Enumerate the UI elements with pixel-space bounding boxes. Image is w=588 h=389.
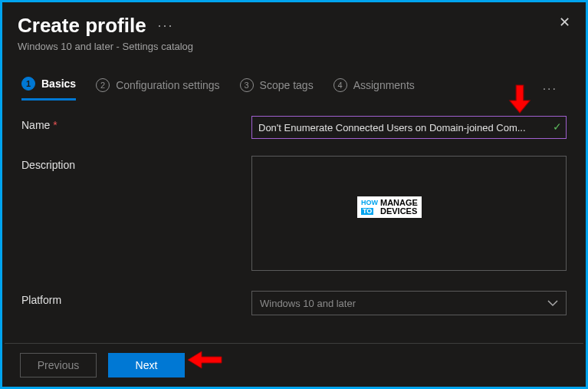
watermark-logo: HOW TO MANAGE DEVICES: [357, 196, 422, 218]
annotation-arrow-left-icon: [186, 350, 223, 370]
close-icon[interactable]: ✕: [559, 14, 570, 31]
title-more-icon[interactable]: ···: [158, 18, 174, 34]
tab-configuration-settings[interactable]: 2 Configuration settings: [96, 78, 219, 100]
page-title: Create profile: [18, 14, 146, 38]
check-icon: ✓: [553, 120, 562, 133]
tab-assignments[interactable]: 4 Assignments: [333, 78, 415, 100]
required-icon: *: [53, 119, 57, 131]
page-subtitle: Windows 10 and later - Settings catalog: [18, 41, 570, 52]
platform-value: Windows 10 and later: [260, 298, 356, 309]
tab-label: Configuration settings: [116, 79, 219, 91]
wizard-tabs: 1 Basics 2 Configuration settings 3 Scop…: [2, 61, 586, 101]
platform-select[interactable]: Windows 10 and later: [251, 291, 567, 315]
previous-button[interactable]: Previous: [20, 353, 97, 377]
description-label: Description: [21, 156, 251, 171]
tab-basics[interactable]: 1 Basics: [21, 77, 76, 101]
name-label: Name*: [21, 116, 251, 131]
tab-scope-tags[interactable]: 3 Scope tags: [240, 78, 314, 100]
tab-label: Basics: [41, 77, 76, 90]
footer: Previous Next: [5, 343, 583, 387]
tab-label: Scope tags: [260, 79, 314, 91]
platform-label: Platform: [21, 291, 251, 306]
tabs-more-icon[interactable]: ···: [543, 82, 557, 96]
tab-badge-2: 2: [96, 78, 110, 92]
tab-badge-4: 4: [333, 78, 347, 92]
tab-label: Assignments: [353, 79, 415, 91]
chevron-down-icon: [547, 298, 558, 309]
tab-badge-1: 1: [21, 77, 35, 91]
tab-badge-3: 3: [240, 78, 254, 92]
annotation-arrow-down-icon: [508, 84, 531, 114]
name-input[interactable]: [251, 116, 567, 139]
next-button[interactable]: Next: [108, 353, 185, 377]
